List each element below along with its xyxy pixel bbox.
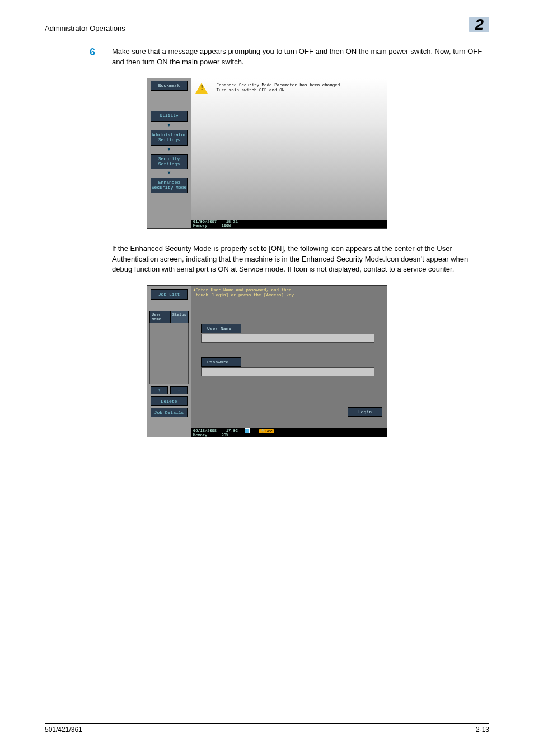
breadcrumb-panel: Bookmark Utility ▼ Administrator Setting… <box>147 78 191 228</box>
page-footer: 501/421/361 2-13 <box>45 723 489 734</box>
breadcrumb-utility[interactable]: Utility <box>151 111 188 122</box>
warning-message: Enhanced Security Mode Parameter has bee… <box>217 83 343 93</box>
nav-buttons: ↑ ↓ <box>151 386 188 394</box>
login-prompt: ♦Enter User Name and password, and then … <box>193 288 297 297</box>
chapter-badge: 2 <box>469 17 489 32</box>
header-title: Administrator Operations <box>45 24 125 32</box>
follow-up-paragraph: If the Enhanced Security Mode is properl… <box>112 244 489 276</box>
arrow-down-icon: ▼ <box>147 147 191 152</box>
breadcrumb-bookmark[interactable]: Bookmark <box>151 81 188 91</box>
login-panel: ♦Enter User Name and password, and then … <box>191 286 387 428</box>
delete-button[interactable]: Delete <box>151 396 188 406</box>
status-mem-val: 90% <box>221 433 228 437</box>
screenshot-security-mode: Bookmark Utility ▼ Administrator Setting… <box>147 78 387 229</box>
screenshot-login: Job List User Name Status ↑ ↓ Delete Job… <box>147 285 387 437</box>
page-header: Administrator Operations 2 <box>45 17 489 34</box>
status-mem-label: Memory <box>193 433 207 437</box>
password-label[interactable]: Password <box>201 357 241 367</box>
status-mem-label: Memory <box>193 223 207 228</box>
status-bar: 01/06/2007 15:31 Memory 100% <box>191 220 387 228</box>
footer-right: 2-13 <box>476 726 489 734</box>
arrow-down-icon: ▼ <box>147 170 191 175</box>
scroll-up-button[interactable]: ↑ <box>151 386 168 394</box>
username-input[interactable] <box>201 334 374 343</box>
password-input[interactable] <box>201 367 374 376</box>
username-label[interactable]: User Name <box>201 324 241 333</box>
message-panel: Enhanced Security Mode Parameter has bee… <box>191 78 387 220</box>
step-text: Make sure that a message appears prompti… <box>112 46 489 68</box>
tab-username[interactable]: User Name <box>149 311 170 323</box>
scroll-down-button[interactable]: ↓ <box>170 386 188 394</box>
status-bar: 06/18/2008 17:02 🔒Sec Memory 90% <box>191 428 387 437</box>
status-mem-val: 100% <box>221 223 231 228</box>
job-details-button[interactable]: Job Details <box>151 408 188 417</box>
job-list-area <box>149 323 189 384</box>
footer-left: 501/421/361 <box>45 726 82 734</box>
arrow-down-icon: ▼ <box>147 123 191 128</box>
job-list-button[interactable]: Job List <box>151 289 188 300</box>
security-badge: 🔒Sec <box>259 429 274 433</box>
tab-status[interactable]: Status <box>170 311 189 323</box>
login-button[interactable]: Login <box>348 407 382 417</box>
step-6: 6 Make sure that a message appears promp… <box>90 46 489 68</box>
joblist-panel: Job List User Name Status ↑ ↓ Delete Job… <box>147 286 191 437</box>
step-number: 6 <box>90 46 112 68</box>
job-tabs: User Name Status <box>149 311 189 323</box>
breadcrumb-admin-settings[interactable]: Administrator Settings <box>151 130 188 146</box>
breadcrumb-enhanced-security[interactable]: Enhanced Security Mode <box>151 178 188 193</box>
breadcrumb-security-settings[interactable]: Security Settings <box>151 154 188 170</box>
warning-icon <box>195 83 208 94</box>
env-icon <box>245 428 250 433</box>
